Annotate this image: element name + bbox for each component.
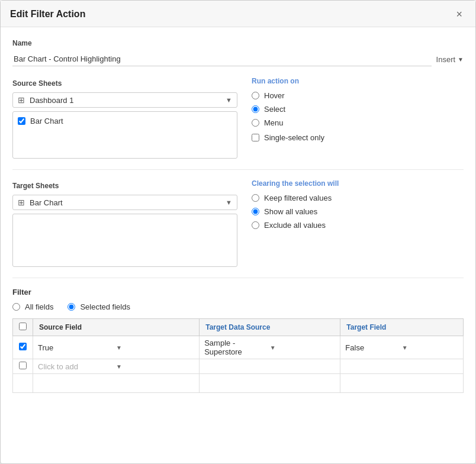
- row2-target-field-cell: [340, 359, 464, 374]
- row1-target-ds-select[interactable]: Sample - Superstore ▼: [204, 339, 335, 356]
- keep-radio[interactable]: [252, 194, 259, 202]
- row2-source-field-select[interactable]: Click to add ▼: [38, 362, 194, 371]
- target-sheets-label: Target Sheets: [12, 182, 237, 190]
- dialog-header: Edit Filter Action ×: [1, 1, 475, 27]
- show-all-label: Show all values: [264, 207, 317, 216]
- clearing-keep-row: Keep filtered values: [252, 194, 464, 202]
- dialog-body: Name Insert ▼ Source Sheets ⊞ Dashboard …: [1, 27, 475, 463]
- filter-radio-group: All fields Selected fields: [12, 302, 464, 311]
- row1-target-ds-arrow-icon: ▼: [270, 344, 336, 351]
- row1-source-field-cell: True ▼: [33, 336, 200, 359]
- close-button[interactable]: ×: [452, 8, 466, 21]
- source-sheets-section: Source Sheets ⊞ Dashboard 1 ▼ Bar Chart …: [12, 77, 464, 159]
- keep-label: Keep filtered values: [264, 194, 332, 202]
- target-barchart-label: Bar Chart: [30, 198, 226, 207]
- source-dashboard-chevron-icon: ▼: [226, 96, 232, 104]
- clearing-section: Clearing the selection will Keep filtere…: [252, 179, 464, 267]
- single-select-checkbox[interactable]: [252, 134, 259, 141]
- single-select-row: Single-select only: [252, 133, 464, 142]
- name-row: Insert ▼: [12, 52, 464, 66]
- row2-source-field-placeholder: Click to add: [38, 362, 116, 371]
- all-fields-label: All fields: [25, 302, 53, 311]
- source-list: Bar Chart: [12, 111, 237, 159]
- source-sheets-label: Source Sheets: [12, 79, 237, 88]
- menu-radio[interactable]: [252, 119, 259, 127]
- row2-source-field-cell: Click to add ▼: [33, 359, 200, 374]
- header-checkbox[interactable]: [19, 323, 27, 330]
- run-action-hover-row: Hover: [252, 91, 464, 100]
- divider-1: [12, 169, 464, 170]
- selected-fields-label: Selected fields: [80, 302, 130, 311]
- clearing-radio-group: Keep filtered values Show all values Exc…: [252, 194, 464, 230]
- source-bar-chart-checkbox[interactable]: [18, 117, 25, 125]
- source-dashboard-dropdown[interactable]: ⊞ Dashboard 1 ▼: [12, 92, 237, 108]
- run-action-select-row: Select: [252, 105, 464, 114]
- name-input[interactable]: [12, 52, 432, 66]
- table-row-placeholder: Click to add ▼: [13, 359, 464, 374]
- insert-arrow-icon: ▼: [458, 56, 464, 63]
- filter-section: Filter All fields Selected fields: [12, 288, 464, 393]
- table-row-empty: [13, 374, 464, 393]
- menu-label: Menu: [264, 118, 284, 127]
- row1-source-field-arrow-icon: ▼: [116, 344, 194, 351]
- empty-source-cell: [33, 374, 200, 393]
- select-label: Select: [264, 105, 285, 114]
- empty-checkbox-cell: [13, 374, 33, 393]
- all-fields-radio[interactable]: [12, 303, 20, 311]
- source-bar-chart-row: Bar Chart: [13, 114, 237, 128]
- select-radio[interactable]: [252, 105, 259, 113]
- empty-target-field-cell: [340, 374, 464, 393]
- source-dashboard-label: Dashboard 1: [30, 96, 226, 105]
- dialog-title: Edit Filter Action: [10, 9, 85, 20]
- row1-source-field-select[interactable]: True ▼: [38, 343, 194, 352]
- row1-target-field-value: False: [345, 343, 401, 352]
- row1-target-ds-value: Sample - Superstore: [204, 339, 270, 356]
- grid-icon: ⊞: [18, 95, 25, 105]
- selected-fields-row: Selected fields: [67, 302, 130, 311]
- target-sheets-section: Target Sheets ⊞ Bar Chart ▼ Clearing the…: [12, 179, 464, 267]
- source-field-header: Source Field: [33, 319, 200, 336]
- insert-button[interactable]: Insert ▼: [436, 55, 464, 64]
- run-action-section: Run action on Hover Select Menu: [252, 77, 464, 159]
- exclude-label: Exclude all values: [264, 221, 326, 230]
- clearing-show-all-row: Show all values: [252, 207, 464, 216]
- run-action-radio-group: Hover Select Menu Single-select only: [252, 91, 464, 142]
- header-checkbox-col: [13, 319, 33, 336]
- table-row: True ▼ Sample - Superstore ▼: [13, 336, 464, 359]
- empty-target-ds-cell: [200, 374, 340, 393]
- exclude-radio[interactable]: [252, 221, 259, 229]
- row2-source-field-arrow-icon: ▼: [116, 363, 194, 370]
- run-action-label: Run action on: [252, 77, 464, 85]
- row1-checkbox-cell: [13, 336, 33, 359]
- row1-target-field-select[interactable]: False ▼: [345, 343, 458, 352]
- row1-target-field-arrow-icon: ▼: [402, 344, 458, 351]
- target-barchart-chevron-icon: ▼: [226, 199, 232, 206]
- all-fields-row: All fields: [12, 302, 53, 311]
- hover-radio[interactable]: [252, 92, 259, 99]
- row1-target-ds-cell: Sample - Superstore ▼: [200, 336, 340, 359]
- target-field-header: Target Field: [340, 319, 464, 336]
- target-ds-header: Target Data Source: [200, 319, 340, 336]
- selected-fields-radio[interactable]: [67, 303, 75, 311]
- filter-label: Filter: [12, 288, 464, 297]
- target-sheets-left: Target Sheets ⊞ Bar Chart ▼: [12, 179, 237, 267]
- run-action-menu-row: Menu: [252, 118, 464, 127]
- insert-label: Insert: [436, 55, 456, 64]
- target-grid-icon: ⊞: [18, 198, 25, 207]
- row1-source-field-value: True: [38, 343, 116, 352]
- target-barchart-dropdown[interactable]: ⊞ Bar Chart ▼: [12, 195, 237, 210]
- clearing-label: Clearing the selection will: [252, 179, 464, 188]
- name-label: Name: [12, 39, 464, 47]
- hover-label: Hover: [264, 91, 285, 100]
- row2-checkbox[interactable]: [19, 362, 27, 369]
- row2-checkbox-cell: [13, 359, 33, 374]
- row1-checkbox[interactable]: [19, 343, 27, 350]
- source-sheets-left: Source Sheets ⊞ Dashboard 1 ▼ Bar Chart: [12, 77, 237, 159]
- edit-filter-action-dialog: Edit Filter Action × Name Insert ▼ Sourc…: [0, 0, 476, 464]
- divider-2: [12, 278, 464, 278]
- target-list: [12, 214, 237, 267]
- clearing-exclude-row: Exclude all values: [252, 221, 464, 230]
- fields-table: Source Field Target Data Source Target F…: [12, 318, 464, 393]
- single-select-label: Single-select only: [264, 133, 324, 142]
- show-all-radio[interactable]: [252, 208, 259, 215]
